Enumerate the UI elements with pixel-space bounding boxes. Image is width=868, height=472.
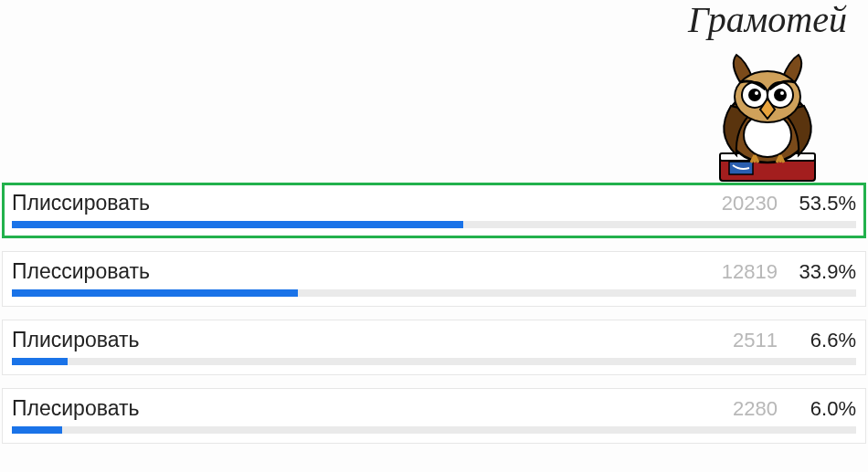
- option-header: Плесировать 2280 6.0%: [12, 396, 856, 421]
- progress-bar: [12, 426, 856, 434]
- option-count: 20230: [714, 192, 778, 215]
- progress-bar-fill: [12, 426, 62, 434]
- svg-point-8: [748, 89, 761, 101]
- progress-bar-fill: [12, 358, 68, 365]
- option-row-2[interactable]: Плисировать 2511 6.6%: [2, 320, 866, 375]
- option-row-1[interactable]: Плессировать 12819 33.9%: [2, 251, 866, 307]
- option-count: 2280: [714, 397, 778, 421]
- brand-title: Грамотей: [676, 0, 859, 40]
- option-percent: 6.6%: [794, 329, 856, 352]
- progress-bar-fill: [12, 289, 298, 297]
- option-header: Плисировать 2511 6.6%: [12, 328, 856, 352]
- svg-point-10: [755, 91, 758, 95]
- option-label: Плисировать: [12, 328, 703, 352]
- option-label: Плиссировать: [12, 191, 703, 215]
- option-row-3[interactable]: Плесировать 2280 6.0%: [2, 388, 866, 444]
- option-header: Плессировать 12819 33.9%: [12, 259, 856, 284]
- svg-point-11: [780, 91, 784, 95]
- option-count: 2511: [714, 329, 778, 352]
- option-label: Плессировать: [12, 259, 703, 284]
- owl-on-book-icon: [694, 42, 841, 188]
- option-count: 12819: [714, 260, 778, 284]
- progress-bar: [12, 221, 856, 228]
- option-percent: 6.0%: [794, 397, 856, 421]
- progress-bar-fill: [12, 221, 463, 228]
- option-row-0[interactable]: Плиссировать 20230 53.5%: [2, 183, 866, 238]
- poll-options: Плиссировать 20230 53.5% Плессировать 12…: [2, 183, 866, 456]
- brand-header: Грамотей: [676, 0, 859, 188]
- option-header: Плиссировать 20230 53.5%: [12, 191, 856, 215]
- option-percent: 33.9%: [794, 260, 856, 284]
- progress-bar: [12, 358, 856, 365]
- option-label: Плесировать: [12, 396, 703, 421]
- svg-point-9: [774, 89, 787, 101]
- option-percent: 53.5%: [794, 192, 856, 215]
- progress-bar: [12, 289, 856, 297]
